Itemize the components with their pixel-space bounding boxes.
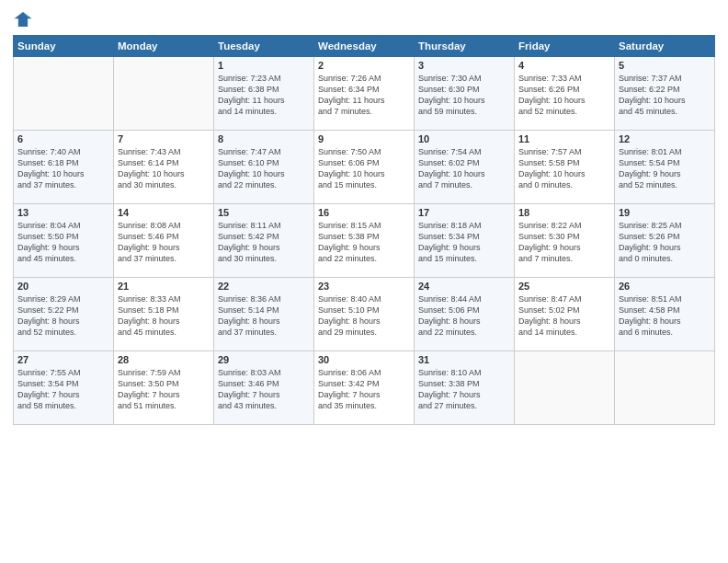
day-info: Sunrise: 7:47 AM Sunset: 6:10 PM Dayligh… — [218, 146, 310, 191]
day-number: 29 — [218, 354, 310, 365]
day-info: Sunrise: 8:08 AM Sunset: 5:46 PM Dayligh… — [118, 220, 210, 265]
day-info: Sunrise: 8:18 AM Sunset: 5:34 PM Dayligh… — [418, 220, 510, 265]
day-info: Sunrise: 7:33 AM Sunset: 6:26 PM Dayligh… — [518, 73, 610, 118]
calendar-cell: 17Sunrise: 8:18 AM Sunset: 5:34 PM Dayli… — [415, 204, 515, 278]
calendar-cell — [114, 57, 214, 131]
calendar-cell: 19Sunrise: 8:25 AM Sunset: 5:26 PM Dayli… — [615, 204, 715, 278]
calendar-cell: 6Sunrise: 7:40 AM Sunset: 6:18 PM Daylig… — [14, 131, 114, 204]
day-info: Sunrise: 8:36 AM Sunset: 5:14 PM Dayligh… — [218, 293, 310, 339]
column-header-friday: Friday — [515, 36, 615, 57]
day-number: 28 — [118, 354, 210, 365]
calendar-cell: 15Sunrise: 8:11 AM Sunset: 5:42 PM Dayli… — [214, 204, 314, 278]
calendar-cell: 30Sunrise: 8:06 AM Sunset: 3:42 PM Dayli… — [314, 351, 415, 425]
calendar-cell: 1Sunrise: 7:23 AM Sunset: 6:38 PM Daylig… — [214, 57, 314, 131]
day-number: 1 — [218, 60, 310, 71]
column-header-wednesday: Wednesday — [314, 36, 415, 57]
logo-icon — [13, 9, 33, 29]
day-info: Sunrise: 8:06 AM Sunset: 3:42 PM Dayligh… — [318, 367, 410, 412]
calendar-cell: 26Sunrise: 8:51 AM Sunset: 4:58 PM Dayli… — [615, 278, 715, 351]
week-row-5: 27Sunrise: 7:55 AM Sunset: 3:54 PM Dayli… — [14, 351, 715, 425]
day-number: 7 — [118, 133, 210, 144]
calendar-cell: 28Sunrise: 7:59 AM Sunset: 3:50 PM Dayli… — [114, 351, 214, 425]
day-info: Sunrise: 8:47 AM Sunset: 5:02 PM Dayligh… — [518, 293, 610, 339]
day-number: 26 — [619, 281, 711, 292]
calendar-cell: 9Sunrise: 7:50 AM Sunset: 6:06 PM Daylig… — [314, 131, 415, 204]
day-info: Sunrise: 7:43 AM Sunset: 6:14 PM Dayligh… — [118, 146, 210, 191]
calendar-table: SundayMondayTuesdayWednesdayThursdayFrid… — [13, 35, 715, 425]
day-info: Sunrise: 8:44 AM Sunset: 5:06 PM Dayligh… — [418, 293, 510, 339]
day-info: Sunrise: 8:04 AM Sunset: 5:50 PM Dayligh… — [17, 220, 109, 265]
day-number: 23 — [318, 281, 410, 292]
day-number: 6 — [17, 133, 109, 144]
day-number: 31 — [418, 354, 510, 365]
day-number: 8 — [218, 133, 310, 144]
day-info: Sunrise: 8:33 AM Sunset: 5:18 PM Dayligh… — [118, 293, 210, 339]
day-number: 5 — [619, 60, 711, 71]
calendar-cell — [515, 351, 615, 425]
column-header-saturday: Saturday — [615, 36, 715, 57]
calendar-cell: 12Sunrise: 8:01 AM Sunset: 5:54 PM Dayli… — [615, 131, 715, 204]
day-info: Sunrise: 7:26 AM Sunset: 6:34 PM Dayligh… — [318, 73, 410, 118]
day-info: Sunrise: 8:22 AM Sunset: 5:30 PM Dayligh… — [518, 220, 610, 265]
day-info: Sunrise: 8:29 AM Sunset: 5:22 PM Dayligh… — [17, 293, 109, 339]
day-number: 3 — [418, 60, 510, 71]
calendar-cell: 22Sunrise: 8:36 AM Sunset: 5:14 PM Dayli… — [214, 278, 314, 351]
day-info: Sunrise: 7:59 AM Sunset: 3:50 PM Dayligh… — [118, 367, 210, 412]
calendar-cell: 13Sunrise: 8:04 AM Sunset: 5:50 PM Dayli… — [14, 204, 114, 278]
day-info: Sunrise: 8:11 AM Sunset: 5:42 PM Dayligh… — [218, 220, 310, 265]
day-info: Sunrise: 7:54 AM Sunset: 6:02 PM Dayligh… — [418, 146, 510, 191]
day-info: Sunrise: 8:01 AM Sunset: 5:54 PM Dayligh… — [619, 146, 711, 191]
calendar-cell: 23Sunrise: 8:40 AM Sunset: 5:10 PM Dayli… — [314, 278, 415, 351]
day-number: 30 — [318, 354, 410, 365]
day-number: 22 — [218, 281, 310, 292]
day-info: Sunrise: 7:55 AM Sunset: 3:54 PM Dayligh… — [17, 367, 109, 412]
day-info: Sunrise: 7:57 AM Sunset: 5:58 PM Dayligh… — [518, 146, 610, 191]
calendar-cell: 18Sunrise: 8:22 AM Sunset: 5:30 PM Dayli… — [515, 204, 615, 278]
day-number: 2 — [318, 60, 410, 71]
calendar-cell: 21Sunrise: 8:33 AM Sunset: 5:18 PM Dayli… — [114, 278, 214, 351]
calendar-cell: 3Sunrise: 7:30 AM Sunset: 6:30 PM Daylig… — [415, 57, 515, 131]
calendar-cell: 4Sunrise: 7:33 AM Sunset: 6:26 PM Daylig… — [515, 57, 615, 131]
calendar-cell: 16Sunrise: 8:15 AM Sunset: 5:38 PM Dayli… — [314, 204, 415, 278]
calendar-cell — [14, 57, 114, 131]
column-header-thursday: Thursday — [415, 36, 515, 57]
calendar-cell: 5Sunrise: 7:37 AM Sunset: 6:22 PM Daylig… — [615, 57, 715, 131]
day-number: 13 — [17, 207, 109, 218]
day-info: Sunrise: 7:50 AM Sunset: 6:06 PM Dayligh… — [318, 146, 410, 191]
day-number: 10 — [418, 133, 510, 144]
svg-marker-0 — [14, 12, 31, 27]
day-number: 20 — [17, 281, 109, 292]
day-number: 12 — [619, 133, 711, 144]
column-header-tuesday: Tuesday — [214, 36, 314, 57]
calendar-cell: 20Sunrise: 8:29 AM Sunset: 5:22 PM Dayli… — [14, 278, 114, 351]
calendar-cell: 24Sunrise: 8:44 AM Sunset: 5:06 PM Dayli… — [415, 278, 515, 351]
day-number: 17 — [418, 207, 510, 218]
calendar-cell: 14Sunrise: 8:08 AM Sunset: 5:46 PM Dayli… — [114, 204, 214, 278]
day-info: Sunrise: 8:40 AM Sunset: 5:10 PM Dayligh… — [318, 293, 410, 339]
day-info: Sunrise: 7:37 AM Sunset: 6:22 PM Dayligh… — [619, 73, 711, 118]
day-number: 16 — [318, 207, 410, 218]
calendar-cell: 7Sunrise: 7:43 AM Sunset: 6:14 PM Daylig… — [114, 131, 214, 204]
logo — [13, 9, 35, 29]
day-number: 18 — [518, 207, 610, 218]
day-number: 19 — [619, 207, 711, 218]
day-info: Sunrise: 7:30 AM Sunset: 6:30 PM Dayligh… — [418, 73, 510, 118]
week-row-1: 1Sunrise: 7:23 AM Sunset: 6:38 PM Daylig… — [14, 57, 715, 131]
day-number: 27 — [17, 354, 109, 365]
week-row-2: 6Sunrise: 7:40 AM Sunset: 6:18 PM Daylig… — [14, 131, 715, 204]
column-header-monday: Monday — [114, 36, 214, 57]
calendar-cell: 29Sunrise: 8:03 AM Sunset: 3:46 PM Dayli… — [214, 351, 314, 425]
calendar-cell — [615, 351, 715, 425]
calendar-cell: 11Sunrise: 7:57 AM Sunset: 5:58 PM Dayli… — [515, 131, 615, 204]
column-header-sunday: Sunday — [14, 36, 114, 57]
day-info: Sunrise: 7:23 AM Sunset: 6:38 PM Dayligh… — [218, 73, 310, 118]
calendar-cell: 10Sunrise: 7:54 AM Sunset: 6:02 PM Dayli… — [415, 131, 515, 204]
day-info: Sunrise: 8:51 AM Sunset: 4:58 PM Dayligh… — [619, 293, 711, 339]
day-info: Sunrise: 8:10 AM Sunset: 3:38 PM Dayligh… — [418, 367, 510, 412]
week-row-3: 13Sunrise: 8:04 AM Sunset: 5:50 PM Dayli… — [14, 204, 715, 278]
calendar-cell: 2Sunrise: 7:26 AM Sunset: 6:34 PM Daylig… — [314, 57, 415, 131]
day-number: 11 — [518, 133, 610, 144]
day-info: Sunrise: 8:25 AM Sunset: 5:26 PM Dayligh… — [619, 220, 711, 265]
day-number: 15 — [218, 207, 310, 218]
calendar-cell: 31Sunrise: 8:10 AM Sunset: 3:38 PM Dayli… — [415, 351, 515, 425]
